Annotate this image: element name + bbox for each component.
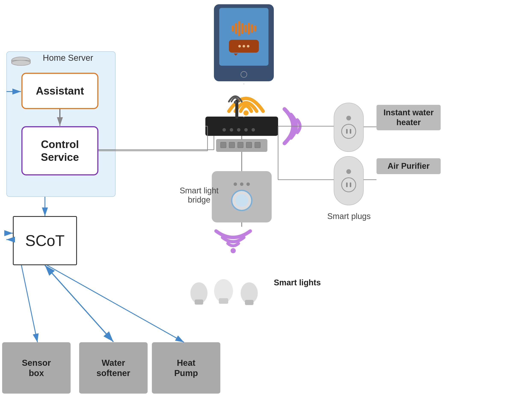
chat-dots <box>238 45 249 47</box>
diagram-container: Home Server Assistant ControlService SCo… <box>0 0 532 400</box>
wifi-purple-right-icon <box>280 105 314 148</box>
instant-water-heater-label: Instant water heater <box>384 108 434 127</box>
tablet <box>214 4 274 81</box>
heat-pump-label: HeatPump <box>174 358 198 378</box>
home-server-label: Home Server <box>43 53 93 63</box>
svg-rect-11 <box>245 300 253 305</box>
scot-box: SCoT <box>13 216 77 265</box>
assistant-label: Assistant <box>36 85 84 97</box>
sensor-box: Sensorbox <box>2 342 71 394</box>
svg-point-4 <box>234 101 237 104</box>
svg-point-5 <box>231 248 236 253</box>
svg-rect-9 <box>219 298 228 304</box>
assistant-box: Assistant <box>21 73 98 109</box>
instant-water-heater-box: Instant water heater <box>376 105 441 130</box>
smart-light-bridge <box>212 171 272 222</box>
smart-plugs-label: Smart plugs <box>327 212 371 221</box>
network-switch <box>216 139 267 152</box>
tablet-home-button <box>241 71 247 78</box>
server-icon <box>10 56 32 69</box>
scot-label: SCoT <box>25 232 65 249</box>
svg-rect-7 <box>195 299 203 305</box>
svg-line-29 <box>45 265 113 342</box>
smart-lights-label: Smart lights <box>274 278 321 287</box>
air-purifier-box: Air Purifier <box>376 158 441 174</box>
smart-light-bridge-label: Smart lightbridge <box>180 186 219 204</box>
svg-line-28 <box>21 265 38 342</box>
smart-lights-icon <box>186 265 267 308</box>
air-purifier-label: Air Purifier <box>388 161 430 171</box>
router-body <box>205 117 278 136</box>
wifi-purple-down-icon <box>212 227 254 261</box>
chat-bubble-icon <box>229 40 259 53</box>
router-signal-icon <box>227 89 244 104</box>
control-service-box: ControlService <box>21 126 98 175</box>
tablet-screen <box>219 8 268 66</box>
water-softener-box: Watersoftener <box>79 342 148 394</box>
control-service-label: ControlService <box>41 138 79 164</box>
svg-point-3 <box>243 110 249 115</box>
water-softener-label: Watersoftener <box>96 358 130 378</box>
sensor-box-label: Sensorbox <box>22 358 51 378</box>
svg-line-30 <box>47 265 184 342</box>
sound-wave-icon <box>232 21 256 36</box>
heat-pump-box: HeatPump <box>152 342 220 394</box>
svg-point-2 <box>12 60 30 65</box>
